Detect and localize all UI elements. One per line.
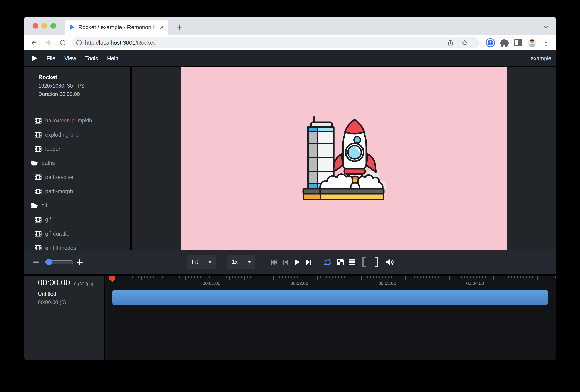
player-toolbar: Fit 1x: [24, 250, 556, 274]
timeline-track-bar[interactable]: [113, 290, 548, 305]
sidebar-item-composition[interactable]: halloween-pumpkin: [24, 114, 130, 128]
film-icon: [34, 118, 42, 124]
sidebar-item-label: exploding-bird: [45, 131, 79, 138]
zoom-window-button[interactable]: [50, 23, 56, 29]
sidebar-folder[interactable]: gif: [24, 198, 130, 213]
tab-title-fade: [147, 23, 160, 35]
menu-tools[interactable]: Tools: [85, 55, 98, 62]
sidebar-item-composition[interactable]: exploding-bird: [24, 128, 130, 142]
ruler-second-label: 00:03.00: [378, 281, 396, 286]
track-duration: 00:00.00 (0): [38, 299, 104, 305]
timeline-rows-button[interactable]: [349, 259, 356, 265]
skip-to-start-button[interactable]: [270, 259, 278, 265]
playback-speed-dropdown[interactable]: 1x: [227, 256, 255, 269]
sidebar-folder[interactable]: paths: [24, 156, 130, 170]
side-panel-icon[interactable]: [513, 38, 523, 47]
password-manager-icon[interactable]: [486, 38, 495, 47]
playhead-marker[interactable]: [109, 276, 116, 282]
sidebar-divider: [24, 109, 130, 109]
sidebar-item-composition[interactable]: path-morph: [24, 184, 130, 198]
profile-avatar[interactable]: [527, 38, 537, 47]
remotion-logo-icon[interactable]: [31, 55, 37, 62]
current-timecode: 00:00.00: [38, 278, 70, 287]
zoom-in-button[interactable]: [77, 259, 83, 265]
extensions-puzzle-icon[interactable]: [500, 38, 509, 47]
film-icon: [34, 132, 42, 138]
composition-duration: Duration 00:05.00: [38, 91, 130, 97]
close-tab-icon[interactable]: [159, 25, 164, 30]
sidebar-item-composition[interactable]: gif-fill-modes: [24, 241, 130, 250]
browser-tab[interactable]: Rocket / example - Remotion Pre: [65, 19, 168, 35]
sidebar-item-composition[interactable]: loader: [24, 142, 130, 156]
zoom-slider-knob[interactable]: [46, 259, 52, 265]
sidebar-item-label: path-evolve: [45, 174, 73, 180]
film-icon: [34, 217, 42, 223]
menu-file[interactable]: File: [47, 55, 55, 62]
new-tab-button[interactable]: [176, 23, 183, 31]
back-icon[interactable]: [30, 39, 37, 46]
sidebar-item-composition[interactable]: path-evolve: [24, 170, 130, 184]
main-area: Rocket 1920x1080, 30 FPS Duration 00:05.…: [24, 67, 556, 250]
url-host: localhost:3001: [99, 39, 136, 46]
rocket-illustration: [300, 115, 387, 202]
folder-open-icon: [31, 203, 38, 208]
ruler-second-label: 00:02.00: [290, 281, 308, 286]
ruler-second-label: 00:04.00: [466, 281, 484, 286]
reload-icon[interactable]: [59, 39, 67, 47]
preview-panel: [132, 67, 556, 250]
transparency-checkerboard-button[interactable]: [337, 259, 344, 265]
composition-title: Rocket: [38, 74, 130, 81]
sidebar-item-label: gif: [41, 202, 47, 209]
sidebar-item-label: loader: [45, 146, 60, 152]
playhead-line[interactable]: [112, 276, 112, 361]
sidebar-item-label: gif-fill-modes: [45, 245, 76, 250]
browser-window: Rocket / example - Remotion Pre: [24, 16, 556, 361]
url-text[interactable]: http://localhost:3001/Rocket: [85, 39, 155, 46]
menu-help[interactable]: Help: [107, 55, 118, 62]
volume-button[interactable]: [386, 258, 395, 266]
timeline-track-area[interactable]: 00:01.0000:02.0000:03.0000:04.00: [105, 276, 556, 361]
address-bar[interactable]: http://localhost:3001/Rocket: [72, 37, 479, 48]
tab-strip: Rocket / example - Remotion Pre: [24, 16, 556, 35]
sidebar-item-label: gif: [45, 216, 51, 223]
film-icon: [34, 188, 42, 194]
composition-info: Rocket 1920x1080, 30 FPS Duration 00:05.…: [24, 67, 130, 97]
composition-list: halloween-pumpkin exploding-bird loader: [24, 114, 130, 250]
share-icon[interactable]: [447, 39, 454, 46]
sidebar-item-composition[interactable]: gif: [24, 213, 130, 227]
zoom-out-button[interactable]: [33, 261, 39, 262]
chevron-down-icon: [248, 261, 251, 263]
minimize-window-button[interactable]: [41, 23, 47, 29]
preview-canvas: [181, 67, 507, 250]
menu-view[interactable]: View: [64, 55, 76, 62]
in-point-button[interactable]: [362, 257, 366, 267]
loop-toggle-button[interactable]: [323, 258, 332, 266]
previous-frame-button[interactable]: [283, 259, 289, 265]
tab-title: Rocket / example - Remotion Pre: [78, 24, 159, 31]
timeline-info-panel: 00:00.00 0 (30 fps) Untitled 00:00.00 (0…: [24, 276, 104, 361]
next-frame-button[interactable]: [306, 259, 312, 265]
chevron-down-icon: [208, 261, 212, 263]
canvas-size-dropdown[interactable]: Fit: [187, 256, 216, 269]
browser-toolbar: http://localhost:3001/Rocket: [24, 35, 556, 50]
sidebar-item-label: path-morph: [45, 188, 73, 194]
close-window-button[interactable]: [33, 23, 38, 29]
bookmark-star-icon[interactable]: [461, 39, 468, 46]
film-icon: [34, 245, 42, 250]
composition-resolution: 1920x1080, 30 FPS: [38, 83, 130, 89]
play-button[interactable]: [294, 259, 300, 265]
tab-search-chevron-icon[interactable]: [542, 24, 550, 30]
film-icon: [34, 146, 42, 152]
film-icon: [34, 174, 42, 180]
url-path: /Rocket: [136, 39, 155, 46]
track-name: Untitled: [38, 291, 104, 297]
browser-menu-icon[interactable]: [544, 38, 548, 47]
site-info-icon[interactable]: [76, 40, 82, 46]
out-point-button[interactable]: [375, 257, 378, 267]
app-menubar: File View Tools Help example: [24, 50, 556, 67]
forward-icon[interactable]: [45, 39, 52, 46]
remotion-favicon: [69, 24, 75, 30]
canvas-size-value: Fit: [192, 259, 203, 265]
project-name-label: example: [531, 55, 552, 62]
sidebar-item-composition[interactable]: gif-duration: [24, 227, 130, 241]
